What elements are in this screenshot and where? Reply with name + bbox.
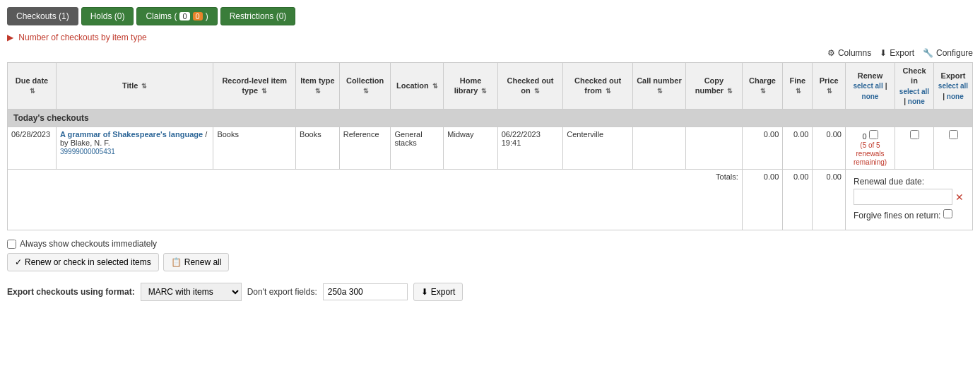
- col-charge[interactable]: Charge ⇅: [742, 63, 782, 110]
- sort-copy-number-icon: ⇅: [727, 88, 733, 96]
- col-title[interactable]: Title ⇅: [56, 63, 213, 110]
- always-show-section: Always show checkouts immediately: [7, 239, 973, 249]
- sort-call-number-icon: ⇅: [657, 88, 663, 96]
- export-cell: [934, 127, 973, 170]
- sort-checked-out-on-icon: ⇅: [534, 88, 540, 96]
- checkouts-summary: ▶ Number of checkouts by item type: [7, 33, 973, 42]
- export-checkbox[interactable]: [949, 130, 958, 139]
- col-checked-out-on[interactable]: Checked out on ⇅: [497, 63, 563, 110]
- tab-holds[interactable]: Holds (0): [81, 7, 134, 25]
- sort-home-library-icon: ⇅: [481, 88, 487, 96]
- renew-select-all[interactable]: select all: [853, 82, 882, 90]
- col-renew: Renew select all | none: [846, 63, 895, 110]
- export-format-button[interactable]: ⬇ Export: [413, 283, 464, 301]
- dont-export-fields-input[interactable]: [323, 283, 408, 300]
- renewal-date-input[interactable]: [854, 189, 952, 205]
- configure-button[interactable]: 🔧 Configure: [923, 48, 973, 58]
- sort-charge-icon: ⇅: [760, 88, 766, 96]
- checkouts-table: Due date ⇅ Title ⇅ Record-level item typ…: [7, 62, 973, 230]
- title-link[interactable]: A grammar of Shakespeare's language: [60, 130, 203, 139]
- tab-restrictions[interactable]: Restrictions (0): [220, 7, 296, 25]
- sort-location-icon: ⇅: [432, 83, 438, 91]
- expand-icon[interactable]: ▶: [7, 33, 13, 42]
- tabs-bar: Checkouts (1) Holds (0) Claims ( 0 0 ) R…: [7, 7, 973, 25]
- renew-selected-button[interactable]: ✓ Renew or check in selected items: [7, 253, 159, 271]
- home-library-cell: Midway: [444, 127, 497, 170]
- export-format-section: Export checkouts using format: MARC with…: [7, 283, 973, 301]
- download-icon: ⬇: [880, 48, 887, 58]
- sort-title-icon: ⇅: [141, 83, 147, 91]
- main-container: Checkouts (1) Holds (0) Claims ( 0 0 ) R…: [0, 0, 980, 388]
- sort-fine-icon: ⇅: [796, 88, 801, 96]
- title-cell: A grammar of Shakespeare's language / by…: [56, 127, 213, 170]
- price-cell: 0.00: [813, 127, 846, 170]
- clear-renewal-date-button[interactable]: ✕: [955, 192, 964, 203]
- item-type-cell: Books: [296, 127, 340, 170]
- sort-item-type-icon: ⇅: [315, 88, 321, 96]
- export-select-all[interactable]: select all: [938, 82, 968, 90]
- export-none[interactable]: none: [947, 93, 964, 100]
- renew-count: 0: [862, 132, 866, 141]
- totals-price: 0.00: [813, 170, 846, 230]
- call-number-cell: [632, 127, 685, 170]
- check-icon: ✓: [15, 257, 22, 267]
- col-location[interactable]: Location ⇅: [391, 63, 444, 110]
- footer-actions: Always show checkouts immediately ✓ Rene…: [7, 239, 973, 271]
- renewal-section-cell: Renewal due date: ✕ Forgive fines on ret…: [846, 170, 973, 230]
- claims-badge-2: 0: [193, 12, 203, 20]
- forgive-fines-checkbox[interactable]: [943, 209, 952, 218]
- renew-checkbox[interactable]: [869, 130, 878, 139]
- barcode: 39999000005431: [60, 148, 115, 155]
- gear-icon: ⚙: [827, 48, 835, 58]
- tab-claims[interactable]: Claims ( 0 0 ): [136, 7, 217, 25]
- renew-all-button[interactable]: 📋 Renew all: [163, 253, 230, 271]
- col-item-type[interactable]: Item type ⇅: [296, 63, 340, 110]
- claims-badge-1: 0: [179, 12, 189, 20]
- sort-record-level-icon: ⇅: [261, 88, 267, 96]
- totals-label: Totals:: [8, 170, 743, 230]
- copy-number-cell: [685, 127, 742, 170]
- collection-cell: Reference: [339, 127, 391, 170]
- dont-export-label: Don't export fields:: [247, 287, 317, 297]
- export-icon: ⬇: [421, 287, 428, 297]
- export-format-select[interactable]: MARC with items MARC without items CSV: [141, 283, 242, 301]
- totals-row: Totals: 0.00 0.00 0.00 Renewal due date:…: [8, 170, 973, 230]
- sort-checked-out-from-icon: ⇅: [606, 88, 611, 96]
- checkin-select-all[interactable]: select all: [899, 88, 929, 95]
- renewals-remaining: (5 of 5 renewals remaining): [854, 141, 887, 166]
- wrench-icon: 🔧: [923, 48, 933, 58]
- col-collection[interactable]: Collection ⇅: [339, 63, 391, 110]
- renew-none[interactable]: none: [862, 93, 879, 100]
- export-button[interactable]: ⬇ Export: [880, 48, 914, 58]
- checked-out-from-cell: Centerville: [563, 127, 633, 170]
- col-checkin: Check in select all | none: [895, 63, 934, 110]
- checkin-none[interactable]: none: [908, 98, 925, 105]
- renew-cell: 0 (5 of 5 renewals remaining): [846, 127, 895, 170]
- renewal-section: Renewal due date: ✕ Forgive fines on ret…: [849, 172, 969, 227]
- sort-collection-icon: ⇅: [363, 88, 369, 96]
- col-export: Export select all | none: [934, 63, 973, 110]
- col-due-date[interactable]: Due date ⇅: [8, 63, 57, 110]
- checkin-checkbox[interactable]: [910, 130, 919, 139]
- col-call-number[interactable]: Call number ⇅: [632, 63, 685, 110]
- col-copy-number[interactable]: Copy number ⇅: [685, 63, 742, 110]
- toolbar: ⚙ Columns ⬇ Export 🔧 Configure: [7, 48, 973, 58]
- charge-cell: 0.00: [742, 127, 782, 170]
- totals-charge: 0.00: [742, 170, 782, 230]
- col-record-level[interactable]: Record-level item type ⇅: [213, 63, 296, 110]
- columns-button[interactable]: ⚙ Columns: [827, 48, 871, 58]
- summary-text[interactable]: Number of checkouts by item type: [18, 33, 146, 42]
- col-checked-out-from[interactable]: Checked out from ⇅: [563, 63, 633, 110]
- record-level-cell: Books: [213, 127, 296, 170]
- always-show-checkbox[interactable]: [7, 240, 16, 249]
- fine-cell: 0.00: [783, 127, 813, 170]
- location-cell: General stacks: [391, 127, 444, 170]
- col-price[interactable]: Price ⇅: [813, 63, 846, 110]
- checkin-cell: [895, 127, 934, 170]
- renew-all-icon: 📋: [171, 257, 182, 267]
- col-fine[interactable]: Fine ⇅: [783, 63, 813, 110]
- checked-out-on-cell: 06/22/2023 19:41: [497, 127, 563, 170]
- tab-checkouts[interactable]: Checkouts (1): [7, 7, 78, 25]
- col-home-library[interactable]: Home library ⇅: [444, 63, 497, 110]
- export-format-label: Export checkouts using format:: [7, 287, 135, 297]
